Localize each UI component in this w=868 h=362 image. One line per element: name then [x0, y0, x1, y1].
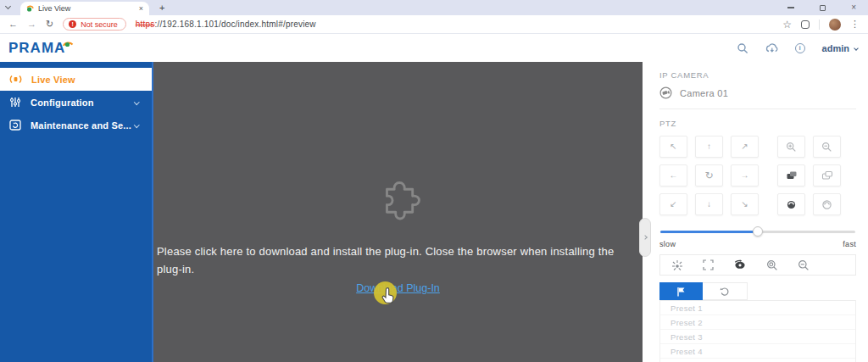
favicon [26, 5, 34, 13]
one-touch-patrol-icon[interactable] [733, 259, 747, 270]
sidebar-item-maintenance[interactable]: Maintenance and Se... [0, 114, 152, 136]
camera-list-item[interactable]: Camera 01 [659, 86, 856, 99]
info-icon[interactable]: i [795, 43, 805, 53]
url-path: ://192.168.1.101/doc/index.html#/preview [154, 19, 315, 29]
extensions-icon[interactable] [801, 20, 810, 29]
panel-divider [659, 109, 856, 109]
zoom-in-button[interactable] [777, 136, 805, 158]
toolbar-separator [819, 19, 820, 30]
preset-tabs [659, 282, 856, 300]
ptz-left-button[interactable]: ← [659, 164, 687, 187]
app-header: PRAMA i admin [0, 34, 868, 62]
zoom-out-icon [821, 142, 832, 153]
ptz-down-right-button[interactable]: ↘ [731, 193, 759, 215]
plugin-download-icon[interactable] [765, 42, 778, 53]
slider-thumb[interactable] [753, 226, 763, 237]
camera-group-label: IP CAMERA [659, 70, 856, 80]
minimize-icon[interactable] [787, 7, 794, 8]
speed-slow-label: slow [659, 240, 676, 248]
preset-item[interactable]: Preset 2 [660, 315, 855, 330]
control-panel: IP CAMERA Camera 01 PTZ ↖ ↑ ↗ ← ↻ → [643, 62, 868, 362]
sidebar-item-configuration[interactable]: Configuration [0, 91, 152, 114]
iris-close-button[interactable] [813, 193, 841, 215]
patrol-icon [720, 287, 730, 297]
tab-search-chevron-icon[interactable] [6, 0, 10, 12]
user-menu[interactable]: admin [822, 43, 858, 53]
zoom-out-area-icon[interactable] [798, 259, 810, 271]
not-secure-badge[interactable]: ! Not secure [63, 18, 126, 31]
slider-fill [660, 231, 759, 233]
browser-tab[interactable]: Live View × [20, 2, 149, 15]
ptz-speed-slider[interactable] [659, 226, 856, 237]
manual-tracking-icon[interactable] [766, 259, 778, 271]
preset-item[interactable]: Preset 4 [660, 344, 855, 359]
logo-swoosh-icon [63, 39, 74, 49]
user-label: admin [822, 43, 849, 53]
bookmark-star-icon[interactable]: ☆ [782, 19, 792, 30]
live-view-viewport: Please click here to download and instal… [153, 62, 643, 362]
preset-list: Preset 1 Preset 2 Preset 3 Preset 4 Pres… [659, 300, 856, 362]
chevron-down-icon [134, 99, 139, 104]
new-tab-button[interactable]: + [159, 3, 164, 13]
sidebar-item-label: Maintenance and Se... [31, 120, 135, 131]
live-view-icon [9, 75, 22, 84]
iris-close-icon [821, 199, 832, 210]
browser-menu-icon[interactable]: ⋮ [850, 19, 860, 29]
maintenance-icon [9, 120, 21, 131]
camera-name: Camera 01 [680, 88, 728, 98]
back-icon[interactable]: ← [8, 19, 18, 29]
speed-fast-label: fast [843, 240, 856, 248]
sidebar-item-label: Live View [31, 75, 143, 85]
zoom-in-icon [786, 142, 797, 153]
prama-logo: PRAMA [8, 41, 74, 55]
brand-text: PRAMA [8, 41, 65, 55]
not-secure-label: Not secure [81, 20, 118, 29]
ptz-section-label: PTZ [659, 119, 856, 128]
tab-presets[interactable] [659, 282, 703, 300]
restore-icon[interactable] [820, 5, 826, 11]
window-controls: × [776, 0, 868, 15]
search-icon[interactable] [737, 42, 748, 54]
ptz-lens-pad [777, 136, 841, 215]
focus-near-button[interactable] [777, 164, 805, 187]
area-zoom-icon[interactable] [703, 259, 714, 270]
chevron-down-icon [854, 46, 859, 51]
preset-item[interactable]: Preset 3 [660, 330, 855, 344]
tab-patrol[interactable] [703, 282, 748, 300]
sidebar-item-live-view[interactable]: Live View [0, 68, 152, 91]
url-field[interactable]: https://192.168.1.101/doc/index.html#/pr… [136, 19, 316, 29]
browser-tab-strip: Live View × + × [0, 0, 868, 15]
tab-close-icon[interactable]: × [139, 5, 143, 13]
reload-icon[interactable]: ↻ [46, 19, 53, 29]
url-protocol: https [136, 19, 155, 29]
sidebar-item-label: Configuration [31, 97, 135, 108]
browser-profile-avatar[interactable] [829, 19, 841, 31]
iris-open-button[interactable] [777, 193, 805, 215]
ptz-right-button[interactable]: → [731, 164, 759, 187]
ptz-direction-pad: ↖ ↑ ↗ ← ↻ → ↙ ↓ ↘ [659, 136, 759, 215]
ptz-down-button[interactable]: ↓ [695, 193, 723, 215]
browser-window: Live View × + × ← → ↻ ! Not secure https… [0, 0, 868, 362]
preset-item[interactable]: Preset 1 [660, 301, 855, 315]
sidebar: Live View Configuration Maintenance and … [0, 62, 153, 362]
ptz-up-left-button[interactable]: ↖ [659, 136, 687, 158]
ptz-down-left-button[interactable]: ↙ [659, 193, 687, 215]
preset-item[interactable]: Preset 5 [660, 359, 855, 362]
window-close-icon[interactable]: × [851, 3, 856, 12]
ptz-up-button[interactable]: ↑ [695, 136, 723, 158]
missing-plugin-puzzle-icon [370, 170, 426, 223]
focus-far-icon [821, 170, 833, 181]
speed-labels: slow fast [659, 240, 856, 248]
forward-icon[interactable]: → [27, 19, 36, 29]
camera-icon [659, 86, 672, 99]
focus-far-button[interactable] [813, 164, 841, 187]
address-bar: ← → ↻ ! Not secure https://192.168.1.101… [0, 15, 868, 34]
security-warning-icon: ! [69, 20, 76, 28]
focus-near-icon [786, 170, 798, 181]
download-plugin-link[interactable]: Download Plug-In [153, 282, 643, 294]
light-wiper-icon[interactable] [671, 259, 683, 271]
ptz-auto-scan-button[interactable]: ↻ [695, 164, 723, 187]
panel-collapse-handle[interactable] [639, 218, 651, 257]
ptz-up-right-button[interactable]: ↗ [731, 136, 759, 158]
zoom-out-button[interactable] [813, 136, 841, 158]
